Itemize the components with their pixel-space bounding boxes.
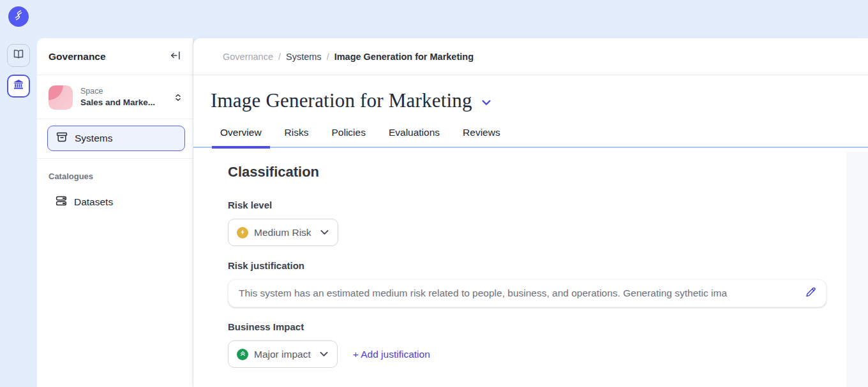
risk-level-select[interactable]: Medium Risk (228, 219, 338, 246)
database-icon (55, 194, 68, 210)
sidebar-item-label: Datasets (74, 196, 113, 208)
breadcrumb-item-systems[interactable]: Systems (286, 52, 322, 62)
brand-logo[interactable] (8, 6, 29, 27)
breadcrumb-separator: / (278, 52, 281, 62)
space-switcher[interactable]: Space Sales and Marke... (49, 85, 184, 110)
collapse-sidebar-icon (170, 50, 181, 64)
risk-justification-text: This system has an estimated medium risk… (239, 288, 798, 299)
overview-tab-content: Classification Risk level Medium Risk Ri… (193, 148, 868, 368)
risk-justification-field: This system has an estimated medium risk… (228, 279, 827, 307)
edit-justification-button[interactable] (805, 286, 817, 301)
rail-item-governance[interactable] (7, 75, 30, 98)
sidebar-title: Governance (49, 51, 168, 62)
business-impact-value: Major impact (254, 349, 311, 360)
page-title: Image Generation for Marketing (211, 89, 472, 112)
double-chevron-up-icon (239, 349, 247, 360)
pencil-icon (805, 286, 817, 301)
tab-evaluations[interactable]: Evaluations (380, 120, 448, 147)
risk-justification-label: Risk justification (228, 260, 868, 271)
brand-squiggle-icon (11, 8, 26, 26)
risk-medium-badge (237, 227, 248, 238)
page-title-row: Image Generation for Marketing (193, 75, 868, 112)
add-justification-link[interactable]: + Add justification (353, 349, 430, 360)
space-switcher-caret (172, 92, 184, 103)
sidebar-divider (37, 158, 193, 159)
business-impact-select[interactable]: Major impact (228, 340, 338, 368)
archive-box-icon (56, 131, 68, 146)
risk-level-value: Medium Risk (254, 227, 311, 238)
bolt-icon (239, 227, 246, 238)
catalogues-section-label: Catalogues (49, 172, 193, 181)
rail-item-library[interactable] (7, 44, 30, 67)
space-name: Sales and Marke... (80, 97, 165, 108)
collapse-sidebar-button[interactable] (168, 50, 183, 64)
sidebar-header: Governance (37, 38, 193, 75)
app-rail (0, 0, 37, 387)
bank-icon (12, 78, 25, 94)
tab-overview[interactable]: Overview (212, 120, 270, 147)
tab-reviews[interactable]: Reviews (454, 120, 509, 147)
breadcrumb-separator: / (327, 52, 329, 62)
book-open-icon (12, 48, 25, 63)
main-panel: Governance / Systems / Image Generation … (193, 38, 868, 387)
space-eyebrow: Space (80, 87, 165, 97)
tab-risks[interactable]: Risks (276, 120, 317, 147)
governance-sidebar: Governance Space Sales and Marke... (37, 38, 193, 387)
business-impact-label: Business Impact (228, 321, 868, 332)
impact-major-badge (237, 349, 248, 360)
breadcrumb-item-governance[interactable]: Governance (223, 52, 273, 62)
breadcrumb: Governance / Systems / Image Generation … (193, 38, 868, 75)
breadcrumb-item-current: Image Generation for Marketing (334, 52, 474, 62)
sidebar-divider (37, 119, 193, 119)
chevron-down-icon (320, 351, 328, 357)
sidebar-item-label: Systems (75, 133, 112, 144)
space-avatar (49, 85, 73, 110)
space-texts: Space Sales and Marke... (80, 87, 165, 108)
tab-bar: Overview Risks Policies Evaluations Revi… (193, 120, 868, 148)
classification-heading: Classification (228, 164, 868, 180)
sidebar-item-datasets[interactable]: Datasets (47, 191, 185, 213)
risk-level-label: Risk level (228, 200, 868, 210)
chevron-down-icon (320, 230, 329, 235)
title-chevron-down-icon[interactable] (482, 99, 491, 106)
tab-policies[interactable]: Policies (324, 120, 374, 147)
scroll-gutter (846, 152, 868, 387)
business-impact-row: Major impact + Add justification (228, 332, 868, 368)
sidebar-item-systems[interactable]: Systems (47, 126, 185, 151)
